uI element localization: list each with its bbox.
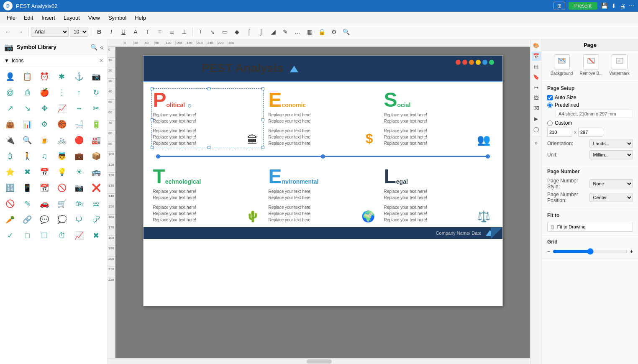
icon-basketball[interactable]: 🏀	[54, 117, 69, 132]
icon-camera[interactable]: 📷	[89, 69, 104, 84]
image-panel-btn[interactable]: 🖼	[532, 93, 541, 103]
icon-camera2[interactable]: 📷	[72, 180, 87, 195]
icon-grid[interactable]: ⋮	[54, 85, 69, 100]
icon-anchor[interactable]: ⚓	[72, 69, 87, 84]
icon-card[interactable]: 📋	[20, 69, 35, 84]
icon-barchart[interactable]: 📊	[20, 117, 35, 132]
icon-chat4[interactable]: 🗪	[89, 212, 104, 227]
icon-close2[interactable]: ✖	[89, 228, 104, 243]
layers-panel-btn[interactable]: ▤	[532, 62, 541, 71]
sel-handle-br[interactable]	[261, 146, 264, 149]
icon-calendar3[interactable]: 📈	[72, 228, 87, 243]
icon-bag[interactable]: 👜	[3, 117, 18, 132]
bookmark-panel-btn[interactable]: 🔖	[532, 72, 541, 82]
icon-delete-calendar[interactable]: 🚫	[54, 180, 69, 195]
sel-handle-bm[interactable]	[208, 146, 210, 149]
fit-to-drawing-button[interactable]: □ Fit to Drawing	[547, 222, 633, 232]
sel-handle-mr[interactable]	[261, 118, 264, 121]
scrollbar-thumb[interactable]	[307, 359, 332, 364]
background-action[interactable]: Background	[551, 54, 573, 76]
icon-package[interactable]: 📦	[89, 149, 104, 164]
icon-cart1[interactable]: 🛒	[54, 196, 69, 211]
link-tool[interactable]: ↘	[207, 26, 218, 37]
icon-lightbulb[interactable]: 💡	[54, 164, 69, 179]
icon-checkbox2[interactable]: ☐	[37, 228, 52, 243]
icon-mobile[interactable]: 📱	[20, 180, 35, 195]
icon-pen[interactable]: ✎	[20, 196, 35, 211]
search-icon[interactable]: 🔍	[90, 44, 97, 51]
menu-layout[interactable]: Layout	[60, 13, 83, 22]
icon-gear[interactable]: ⚙	[37, 117, 52, 132]
icon-chat3[interactable]: 🗩	[72, 212, 87, 227]
icon-briefcase[interactable]: 💼	[72, 149, 87, 164]
icon-music[interactable]: ♫	[37, 149, 52, 164]
unit-select[interactable]: Millim... Inches Pixels	[589, 150, 633, 159]
toolbar-icon-btn[interactable]: ⊞	[553, 2, 565, 10]
icon-chat2[interactable]: 💭	[54, 212, 69, 227]
crop-tool[interactable]: ▦	[304, 26, 315, 37]
shape-rect-tool[interactable]: ▭	[219, 26, 230, 37]
share-btn[interactable]: ⋯	[629, 3, 635, 9]
icon-cross[interactable]: ❌	[89, 180, 104, 195]
icon-no[interactable]: 🚫	[3, 196, 18, 211]
icon-calendar[interactable]: 📅	[37, 164, 52, 179]
align-center-button[interactable]: ≣	[167, 26, 177, 37]
width-input[interactable]	[547, 128, 572, 137]
icons-close-button[interactable]: ✕	[99, 58, 103, 64]
icon-refresh[interactable]: ↻	[89, 85, 104, 100]
icon-bus[interactable]: 🚌	[89, 164, 104, 179]
icon-clock2[interactable]: ⏱	[54, 228, 69, 243]
pn-position-select[interactable]: Center Left Right	[589, 193, 633, 202]
menu-insert[interactable]: Insert	[38, 13, 59, 22]
underline-button[interactable]: U	[118, 26, 129, 37]
sel-handle-tr[interactable]	[261, 87, 264, 90]
icon-clock[interactable]: ⏰	[37, 69, 52, 84]
grid-minus-icon[interactable]: −	[547, 249, 550, 254]
icon-person[interactable]: 👤	[3, 69, 18, 84]
menu-edit[interactable]: Edit	[20, 13, 36, 22]
history-panel-btn[interactable]: ◯	[532, 125, 541, 134]
icon-cart2[interactable]: 🛍	[72, 196, 87, 211]
diagram-page[interactable]: PEST Analysis	[143, 55, 503, 306]
icon-bicycle[interactable]: 🚲	[54, 133, 69, 148]
icon-factory[interactable]: 🏭	[89, 133, 104, 148]
custom-radio[interactable]	[547, 120, 553, 126]
animation-panel-btn[interactable]: ▶	[532, 114, 541, 123]
collapse-panel-icon[interactable]: «	[100, 44, 103, 51]
icon-arrow-ne[interactable]: ↗	[3, 101, 18, 116]
icon-exclaim[interactable]: ✱	[54, 69, 69, 84]
auto-size-checkbox[interactable]	[547, 95, 553, 100]
icon-calendar2[interactable]: 📆	[37, 180, 52, 195]
icon-bluetooth[interactable]: ✖	[20, 164, 35, 179]
watermark-action[interactable]: W Watermark	[609, 54, 630, 76]
icon-chat1[interactable]: 💬	[37, 212, 52, 227]
text-dir-button[interactable]: ⊥	[179, 26, 190, 37]
font-size-select[interactable]: 10	[70, 27, 88, 37]
font-select[interactable]: Arial	[31, 27, 69, 37]
sel-handle-ml[interactable]	[151, 118, 154, 121]
menu-help[interactable]: Help	[131, 13, 149, 22]
menu-view[interactable]: View	[85, 13, 103, 22]
text-tool[interactable]: T	[195, 26, 206, 37]
icon-apple[interactable]: 🍎	[37, 85, 52, 100]
grid-plus-icon[interactable]: +	[630, 249, 633, 254]
icon-car[interactable]: 🚗	[37, 196, 52, 211]
redo-button[interactable]: →	[15, 26, 26, 37]
icon-bathtub[interactable]: 🛁	[72, 117, 87, 132]
icon-battery-low[interactable]: 🔍	[20, 133, 35, 148]
icon-battery-half[interactable]: 🔌	[3, 133, 18, 148]
lock-tool[interactable]: 🔒	[316, 26, 327, 37]
pn-style-select[interactable]: None 1,2,3	[589, 179, 633, 188]
line-style-tool[interactable]: …	[292, 26, 303, 37]
icon-battery-full[interactable]: 🔋	[89, 117, 104, 132]
menu-file[interactable]: File	[3, 13, 19, 22]
fill-tool[interactable]: ◢	[268, 26, 279, 37]
icon-binoculars[interactable]: 🔴	[72, 133, 87, 148]
bold-button[interactable]: B	[94, 26, 105, 37]
download-btn[interactable]: ⬇	[611, 3, 616, 9]
present-button[interactable]: Present	[569, 2, 597, 10]
icon-cart3[interactable]: 🛎	[89, 196, 104, 211]
settings-tool[interactable]: ⚙	[328, 26, 339, 37]
page-panel-btn[interactable]: 📅	[532, 51, 541, 61]
font-color-button[interactable]: A	[130, 26, 141, 37]
